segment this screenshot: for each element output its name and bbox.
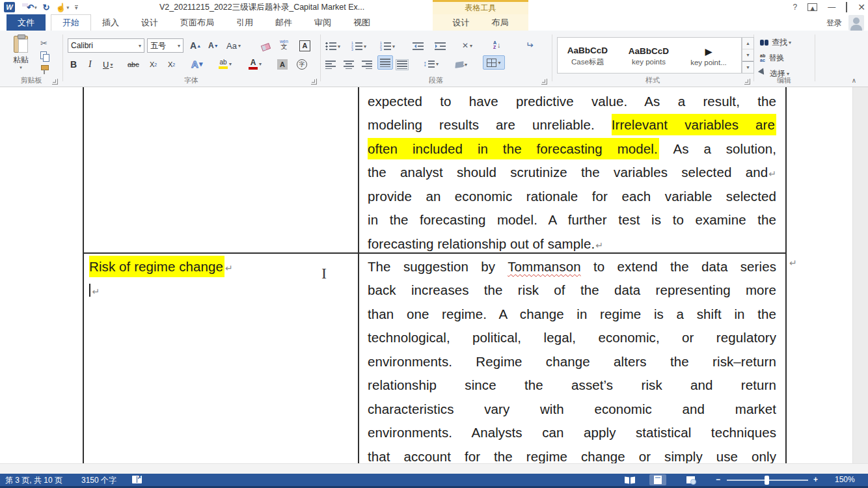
- contextual-ribbon-tab[interactable]: 设计: [442, 14, 481, 31]
- user-avatar[interactable]: [848, 15, 864, 31]
- contextual-ribbon-tab[interactable]: 布局: [481, 14, 520, 31]
- find-button[interactable]: 查找: [760, 36, 791, 48]
- show-paragraph-marks-button[interactable]: ↵: [526, 38, 534, 52]
- page-indicator[interactable]: 第 3 页, 共 10 页: [5, 475, 62, 486]
- sign-in-link[interactable]: 登录: [826, 18, 842, 29]
- change-case-button[interactable]: Aa: [226, 38, 241, 53]
- ribbon-tab[interactable]: 审阅: [303, 14, 342, 31]
- table-cell-row1-right[interactable]: expected to have predictive value. As a …: [368, 90, 776, 256]
- print-layout-button[interactable]: [649, 474, 666, 485]
- multilevel-list-button[interactable]: [380, 39, 395, 53]
- close-button[interactable]: ✕: [858, 3, 865, 12]
- copy-icon: [40, 51, 49, 61]
- touch-mode-button[interactable]: ☝: [55, 3, 69, 12]
- text-effects-button[interactable]: A: [191, 57, 202, 71]
- phonetic-guide-button[interactable]: wén文: [280, 37, 288, 51]
- sort-button[interactable]: AZ↓: [493, 38, 501, 52]
- paragraph-dialog-launcher[interactable]: [541, 79, 547, 85]
- zoom-in-button[interactable]: +: [813, 475, 818, 484]
- subscript-button[interactable]: X2: [150, 57, 157, 72]
- cut-button[interactable]: ✂: [40, 37, 47, 49]
- enclose-characters-button[interactable]: 字: [297, 57, 307, 72]
- ribbon-tab[interactable]: 邮件: [264, 14, 303, 31]
- paragraph-mark: ↵: [768, 169, 776, 179]
- ribbon-tab[interactable]: 视图: [342, 14, 381, 31]
- shrink-font-button[interactable]: A▼: [208, 38, 219, 53]
- italic-button[interactable]: I: [88, 57, 92, 72]
- clipboard-dialog-launcher[interactable]: [52, 79, 58, 85]
- strikethrough-button[interactable]: abc: [128, 57, 139, 72]
- minimize-button[interactable]: —: [828, 3, 835, 11]
- editing-group-label: 编辑: [753, 75, 815, 85]
- styles-more-button[interactable]: ▼: [742, 61, 753, 73]
- zoom-percentage[interactable]: 150%: [835, 475, 855, 484]
- ribbon-tab[interactable]: 设计: [130, 14, 169, 31]
- word-count[interactable]: 3150 个字: [81, 475, 116, 486]
- style-item[interactable]: ▶key point...: [680, 38, 737, 73]
- shading-button[interactable]: [455, 57, 467, 72]
- font-dialog-launcher[interactable]: [311, 79, 317, 85]
- replace-icon: abac: [760, 53, 765, 62]
- ribbon-tab[interactable]: 页面布局: [169, 14, 225, 31]
- character-shading-button[interactable]: A: [277, 57, 288, 72]
- zoom-out-button[interactable]: −: [716, 475, 720, 484]
- styles-scroll-down[interactable]: ▼: [742, 49, 753, 61]
- styles-scroll-up[interactable]: ▲: [742, 38, 753, 49]
- style-item[interactable]: AaBbCcDCase标题: [558, 38, 617, 73]
- zoom-slider-thumb[interactable]: [765, 476, 769, 485]
- increase-indent-button[interactable]: [435, 39, 446, 53]
- highlight-color-button[interactable]: ab: [219, 57, 232, 71]
- ribbon-tab[interactable]: 引用: [225, 14, 264, 31]
- style-item[interactable]: AaB: [737, 38, 742, 73]
- asian-layout-button[interactable]: ✕: [462, 38, 472, 53]
- clear-formatting-button[interactable]: [262, 40, 270, 54]
- ribbon-display-options-button[interactable]: ▴: [807, 3, 817, 11]
- read-mode-button[interactable]: [621, 474, 638, 485]
- style-item[interactable]: AaBbCcDkey points: [617, 38, 680, 73]
- decrease-indent-button[interactable]: [413, 39, 424, 53]
- align-right-button[interactable]: [362, 57, 372, 72]
- ribbon-tab[interactable]: 开始: [51, 14, 91, 31]
- grow-font-button[interactable]: A▲: [190, 38, 201, 53]
- numbering-button[interactable]: [351, 39, 366, 53]
- document-canvas[interactable]: expected to have predictive value. As a …: [0, 87, 868, 463]
- undo-button[interactable]: ↶: [27, 3, 36, 12]
- phonetic-icon: wén文: [280, 39, 288, 50]
- font-size-combo[interactable]: 五号: [147, 38, 183, 53]
- table-cell-row2-right[interactable]: The suggestion by Tommanson to extend th…: [368, 255, 776, 463]
- distribute-button[interactable]: [397, 57, 407, 72]
- file-tab[interactable]: 文件: [7, 14, 46, 31]
- bold-button[interactable]: B: [70, 57, 77, 72]
- align-left-button[interactable]: [325, 57, 336, 72]
- font-color-button[interactable]: A: [249, 57, 262, 71]
- borders-button[interactable]: [483, 55, 505, 70]
- customize-qat-button[interactable]: ▾: [75, 5, 78, 10]
- document-title: V2_20211215_2022三级课后题补录_Capital Market E…: [159, 2, 364, 13]
- replace-button[interactable]: abac 替换: [760, 52, 784, 64]
- underline-button[interactable]: U: [103, 57, 113, 72]
- help-button[interactable]: ?: [793, 3, 798, 11]
- styles-dialog-launcher[interactable]: [744, 79, 750, 85]
- collapse-ribbon-button[interactable]: ∧: [852, 77, 856, 84]
- borders-icon: [487, 59, 496, 67]
- sort-icon: AZ↓: [493, 40, 501, 49]
- web-layout-button[interactable]: [682, 474, 699, 485]
- character-border-button[interactable]: A: [299, 38, 310, 53]
- line-spacing-button[interactable]: ↕: [423, 57, 439, 71]
- paste-button[interactable]: 粘贴 ▾: [7, 36, 35, 69]
- document-text-line: relationship since the asset’s risk and …: [368, 373, 776, 397]
- zoom-slider[interactable]: [727, 480, 808, 481]
- table-cell-row2-left[interactable]: Risk of regime change↵↵: [89, 255, 349, 303]
- copy-button[interactable]: [40, 51, 49, 63]
- font-name-combo[interactable]: Calibri: [68, 38, 144, 53]
- bullets-button[interactable]: [325, 39, 340, 53]
- ribbon-tab[interactable]: 插入: [91, 14, 130, 31]
- document-bottom-strip: [0, 463, 868, 474]
- restore-button[interactable]: [846, 3, 847, 11]
- document-text-line: provide an economic rationale for each v…: [368, 185, 776, 208]
- proofing-status-icon[interactable]: [132, 476, 142, 483]
- align-center-button[interactable]: [344, 57, 354, 72]
- redo-button[interactable]: ↻: [42, 3, 49, 12]
- justify-button[interactable]: [377, 55, 393, 70]
- superscript-button[interactable]: X2: [168, 57, 175, 72]
